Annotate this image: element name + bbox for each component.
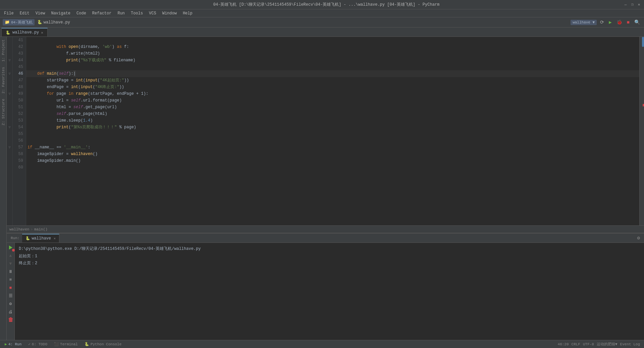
stop-process-button[interactable]: ■ <box>7 284 14 291</box>
stop-button[interactable]: ■ <box>626 19 631 26</box>
status-tab-terminal[interactable]: ⬛ Terminal <box>51 341 81 347</box>
maximize-button[interactable]: ❐ <box>630 2 635 7</box>
menu-navigate[interactable]: Navigate <box>48 10 73 16</box>
gutter-48[interactable] <box>7 84 12 90</box>
code-line-53: time.sleep(1.4) <box>26 117 639 124</box>
git-user[interactable]: 运动的肥猫▼ <box>597 342 618 347</box>
right-scrollbar[interactable] <box>639 37 644 225</box>
menu-window[interactable]: Window <box>160 10 179 16</box>
gutter-54[interactable]: ▽ <box>7 124 12 131</box>
gutter-41[interactable] <box>7 37 12 44</box>
line-num-53: 53 <box>15 117 23 124</box>
code-line-47: startPage = int(input("4K起始页:")) <box>26 77 639 84</box>
event-log[interactable]: Event Log <box>620 342 640 346</box>
gutter-59[interactable] <box>7 157 12 164</box>
code-line-52: self.parse_page(html) <box>26 111 639 117</box>
gutter-53[interactable] <box>7 117 12 124</box>
print-button[interactable]: 🖨 <box>7 308 14 315</box>
menu-edit[interactable]: Edit <box>17 10 32 16</box>
play-button[interactable]: ▶ <box>607 19 613 26</box>
gutter-55[interactable] <box>7 131 12 137</box>
status-tab-todo[interactable]: ✓ 6: TODO <box>25 341 51 347</box>
sidebar-item-favorites[interactable]: 2: Favorites <box>0 64 6 96</box>
menu-bar: File Edit View Navigate Code Refactor Ru… <box>0 9 644 17</box>
editor-area: ▽ ▽ ▽ ▽ ▽ 41 42 <box>7 37 644 340</box>
line-num-46: 46 <box>15 70 23 77</box>
tab-close-button[interactable]: ✕ <box>41 30 43 35</box>
status-right: 46:20 CRLF UTF-8 运动的肥猫▼ Event Log <box>558 342 643 347</box>
sidebar-item-structure[interactable]: Z: Structure <box>0 96 6 128</box>
line-num-42: 42 <box>15 44 23 50</box>
window-controls: — ❐ ✕ <box>623 2 641 7</box>
code-line-57: if __name__ == '__main__': <box>26 144 639 151</box>
line-num-50: 50 <box>15 97 23 104</box>
todo-icon: ✓ <box>28 342 31 346</box>
run-tab-wallhave[interactable]: 🐍 wallhave ✕ <box>22 234 59 242</box>
menu-run[interactable]: Run <box>115 10 127 16</box>
line-numbers: 41 42 43 44 45 46 47 48 49 50 51 52 53 5… <box>13 37 26 225</box>
code-container[interactable]: ▽ ▽ ▽ ▽ ▽ 41 42 <box>7 37 644 225</box>
gutter-58[interactable] <box>7 151 12 157</box>
rerun-button[interactable] <box>7 244 14 251</box>
gutter-47[interactable] <box>7 77 12 84</box>
python-console-label: Python Console <box>91 342 121 346</box>
line-num-49: 49 <box>15 90 23 97</box>
gutter-60[interactable] <box>7 164 12 171</box>
run-output[interactable]: D:\python38\python.exe D:/聊天记录/254114545… <box>15 243 644 340</box>
output-line-1: D:\python38\python.exe D:/聊天记录/254114545… <box>19 246 640 253</box>
line-num-47: 47 <box>15 77 23 84</box>
close-run-button[interactable]: ☰ <box>7 292 14 299</box>
code-line-49: for page in range(startPage, endPage + 1… <box>26 90 639 97</box>
dump-threads-button[interactable]: ≡ <box>7 276 14 283</box>
run-tab-icon: 🐍 <box>25 236 30 240</box>
gutter-50[interactable] <box>7 97 12 104</box>
gutter-43[interactable] <box>7 50 12 57</box>
menu-code[interactable]: Code <box>74 10 89 16</box>
sidebar-item-project[interactable]: 1: Project <box>0 37 6 64</box>
scroll-up-button[interactable]: ▲ <box>7 252 14 259</box>
code-line-58: imageSpider = wallhaven() <box>26 151 639 157</box>
menu-help[interactable]: Help <box>180 10 195 16</box>
run-tab-close[interactable]: ✕ <box>54 236 56 240</box>
minimize-button[interactable]: — <box>623 2 628 7</box>
search-everywhere-button[interactable]: 🔍 <box>633 19 641 26</box>
code-line-56 <box>26 137 639 144</box>
menu-file[interactable]: File <box>1 10 16 16</box>
menu-tools[interactable]: Tools <box>128 10 146 16</box>
line-num-48: 48 <box>15 84 23 90</box>
code-line-55 <box>26 131 639 137</box>
gutter-52[interactable] <box>7 111 12 117</box>
clear-output-button[interactable]: 🗑 <box>7 317 14 323</box>
code-lines[interactable]: with open(dirname, 'wb') as f: f.write(h… <box>26 37 639 225</box>
gutter-56[interactable] <box>7 137 12 144</box>
menu-view[interactable]: View <box>33 10 48 16</box>
settings-run-button[interactable]: ⚙ <box>7 300 14 307</box>
code-line-48: endPage = int(input("4K终止页:")) <box>26 84 639 90</box>
debug-button[interactable]: 🐞 <box>615 19 624 26</box>
run-settings-button[interactable]: ⚙ <box>635 234 643 242</box>
menu-vcs[interactable]: VCS <box>146 10 159 16</box>
branch-name: wallhave <box>573 20 590 24</box>
charset: UTF-8 <box>583 342 594 346</box>
branch-badge[interactable]: wallhave ▼ <box>571 20 597 25</box>
line-num-60: 60 <box>15 164 23 171</box>
gutter-44[interactable]: ▽ <box>7 57 12 64</box>
close-button[interactable]: ✕ <box>637 2 641 7</box>
line-ending: CRLF <box>572 342 580 346</box>
gutter-57[interactable]: ▽ <box>7 144 12 151</box>
gutter-45[interactable] <box>7 64 12 70</box>
gutter-49[interactable]: ▽ <box>7 90 12 97</box>
status-tab-python-console[interactable]: 🐍 Python Console <box>81 341 125 347</box>
run-config-refresh-button[interactable]: ⟳ <box>599 19 605 26</box>
gutter-51[interactable] <box>7 104 12 111</box>
pause-button[interactable]: ⏸ <box>7 268 14 275</box>
editor-tab-wallhave[interactable]: 🐍 wallhave.py ✕ <box>1 28 48 37</box>
menu-refactor[interactable]: Refactor <box>90 10 114 16</box>
gutter-42[interactable] <box>7 44 12 50</box>
scroll-down-button[interactable]: ▼ <box>7 260 14 267</box>
project-badge[interactable]: 📁 04-英雄飞机 <box>3 19 35 25</box>
gutter-46[interactable]: ▽ <box>7 70 12 77</box>
run-tab-status-label: 4: Run <box>8 342 22 346</box>
breadcrumb-item-1: wallhaven <box>9 227 29 231</box>
status-tab-run[interactable]: ▶ 4: Run <box>1 341 25 347</box>
